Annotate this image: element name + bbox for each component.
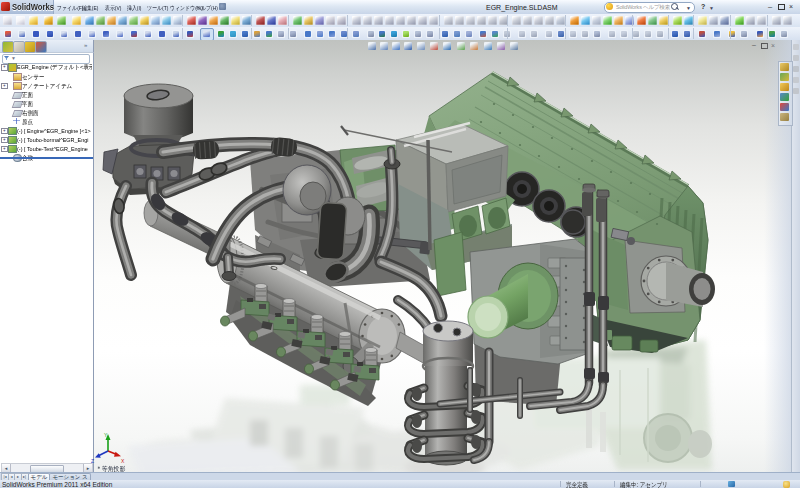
svg-text:X: X: [121, 458, 125, 464]
svg-text:Z: Z: [91, 458, 94, 464]
